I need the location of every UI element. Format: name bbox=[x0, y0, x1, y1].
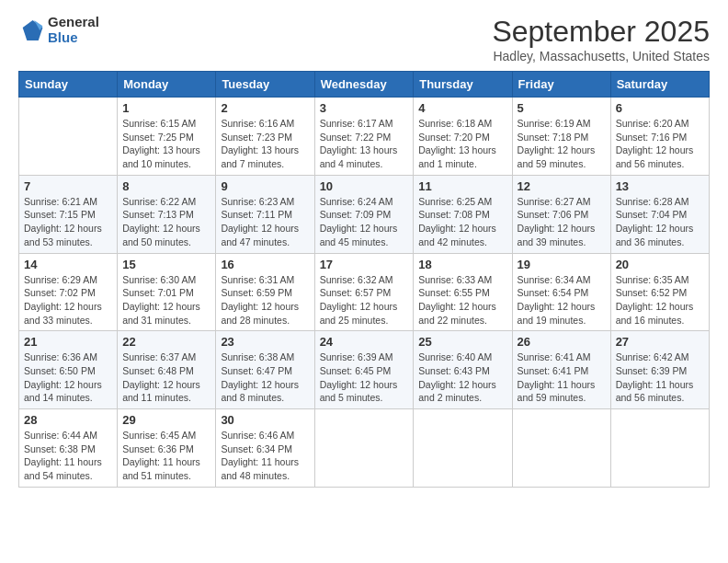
calendar-cell: 3 Sunrise: 6:17 AMSunset: 7:22 PMDayligh… bbox=[314, 98, 414, 176]
day-number: 24 bbox=[320, 335, 409, 349]
day-info: Sunrise: 6:38 AMSunset: 6:47 PMDaylight:… bbox=[221, 351, 299, 403]
day-info: Sunrise: 6:36 AMSunset: 6:50 PMDaylight:… bbox=[24, 351, 102, 403]
day-info: Sunrise: 6:16 AMSunset: 7:23 PMDaylight:… bbox=[221, 118, 299, 169]
day-number: 8 bbox=[122, 179, 210, 193]
calendar-cell: 19 Sunrise: 6:34 AMSunset: 6:54 PMDaylig… bbox=[512, 253, 610, 331]
calendar-cell: 21 Sunrise: 6:36 AMSunset: 6:50 PMDaylig… bbox=[19, 331, 118, 409]
day-number: 1 bbox=[122, 101, 210, 115]
day-number: 10 bbox=[320, 179, 409, 193]
svg-marker-0 bbox=[23, 20, 43, 40]
calendar-cell: 14 Sunrise: 6:29 AMSunset: 7:02 PMDaylig… bbox=[19, 253, 118, 331]
calendar-cell: 9 Sunrise: 6:23 AMSunset: 7:11 PMDayligh… bbox=[216, 175, 314, 253]
calendar-cell: 11 Sunrise: 6:25 AMSunset: 7:08 PMDaylig… bbox=[414, 175, 512, 253]
calendar-cell: 6 Sunrise: 6:20 AMSunset: 7:16 PMDayligh… bbox=[610, 98, 709, 176]
calendar-cell: 22 Sunrise: 6:37 AMSunset: 6:48 PMDaylig… bbox=[118, 331, 216, 409]
day-info: Sunrise: 6:28 AMSunset: 7:04 PMDaylight:… bbox=[616, 196, 694, 247]
calendar-cell bbox=[610, 409, 709, 488]
day-number: 11 bbox=[418, 179, 506, 193]
day-info: Sunrise: 6:22 AMSunset: 7:13 PMDaylight:… bbox=[122, 196, 200, 247]
day-header-saturday: Saturday bbox=[610, 72, 709, 98]
day-number: 3 bbox=[320, 101, 409, 115]
calendar-cell: 25 Sunrise: 6:40 AMSunset: 6:43 PMDaylig… bbox=[414, 331, 512, 409]
calendar-cell: 27 Sunrise: 6:42 AMSunset: 6:39 PMDaylig… bbox=[610, 331, 709, 409]
calendar-cell bbox=[414, 409, 512, 488]
location: Hadley, Massachusetts, United States bbox=[492, 49, 710, 63]
day-info: Sunrise: 6:30 AMSunset: 7:01 PMDaylight:… bbox=[122, 274, 200, 326]
logo-blue: Blue bbox=[48, 30, 99, 46]
calendar-cell bbox=[19, 98, 118, 176]
day-number: 6 bbox=[616, 101, 704, 115]
calendar-week-row: 28 Sunrise: 6:44 AMSunset: 6:38 PMDaylig… bbox=[19, 409, 710, 488]
day-info: Sunrise: 6:39 AMSunset: 6:45 PMDaylight:… bbox=[320, 351, 398, 403]
day-number: 7 bbox=[24, 179, 112, 193]
day-number: 13 bbox=[616, 179, 704, 193]
day-header-monday: Monday bbox=[118, 72, 216, 98]
day-info: Sunrise: 6:31 AMSunset: 6:59 PMDaylight:… bbox=[221, 274, 299, 326]
day-number: 9 bbox=[221, 179, 309, 193]
day-info: Sunrise: 6:25 AMSunset: 7:08 PMDaylight:… bbox=[418, 196, 496, 247]
day-number: 2 bbox=[221, 101, 309, 115]
day-number: 19 bbox=[518, 258, 606, 271]
day-number: 4 bbox=[418, 101, 506, 115]
calendar-week-row: 7 Sunrise: 6:21 AMSunset: 7:15 PMDayligh… bbox=[19, 175, 710, 253]
day-info: Sunrise: 6:34 AMSunset: 6:54 PMDaylight:… bbox=[518, 274, 596, 326]
day-info: Sunrise: 6:33 AMSunset: 6:55 PMDaylight:… bbox=[418, 274, 496, 326]
day-info: Sunrise: 6:24 AMSunset: 7:09 PMDaylight:… bbox=[320, 196, 398, 247]
logo: General Blue bbox=[18, 15, 99, 45]
calendar-header-row: SundayMondayTuesdayWednesdayThursdayFrid… bbox=[19, 72, 710, 98]
calendar-cell: 2 Sunrise: 6:16 AMSunset: 7:23 PMDayligh… bbox=[216, 98, 314, 176]
calendar-cell: 8 Sunrise: 6:22 AMSunset: 7:13 PMDayligh… bbox=[118, 175, 216, 253]
calendar-week-row: 14 Sunrise: 6:29 AMSunset: 7:02 PMDaylig… bbox=[19, 253, 710, 331]
day-info: Sunrise: 6:46 AMSunset: 6:34 PMDaylight:… bbox=[221, 430, 299, 481]
day-number: 23 bbox=[221, 335, 309, 349]
day-number: 27 bbox=[616, 335, 704, 349]
day-header-friday: Friday bbox=[512, 72, 610, 98]
title-block: September 2025 Hadley, Massachusetts, Un… bbox=[492, 15, 710, 63]
day-info: Sunrise: 6:32 AMSunset: 6:57 PMDaylight:… bbox=[320, 274, 398, 326]
day-info: Sunrise: 6:41 AMSunset: 6:41 PMDaylight:… bbox=[518, 351, 596, 403]
day-number: 15 bbox=[122, 258, 210, 271]
day-info: Sunrise: 6:35 AMSunset: 6:52 PMDaylight:… bbox=[616, 274, 694, 326]
day-number: 14 bbox=[24, 258, 112, 271]
day-number: 12 bbox=[518, 179, 606, 193]
calendar-cell: 15 Sunrise: 6:30 AMSunset: 7:01 PMDaylig… bbox=[118, 253, 216, 331]
day-number: 29 bbox=[122, 413, 210, 427]
calendar-cell: 20 Sunrise: 6:35 AMSunset: 6:52 PMDaylig… bbox=[610, 253, 709, 331]
calendar-cell: 13 Sunrise: 6:28 AMSunset: 7:04 PMDaylig… bbox=[610, 175, 709, 253]
day-info: Sunrise: 6:29 AMSunset: 7:02 PMDaylight:… bbox=[24, 274, 102, 326]
day-info: Sunrise: 6:42 AMSunset: 6:39 PMDaylight:… bbox=[616, 351, 694, 403]
day-info: Sunrise: 6:37 AMSunset: 6:48 PMDaylight:… bbox=[122, 351, 200, 403]
day-info: Sunrise: 6:18 AMSunset: 7:20 PMDaylight:… bbox=[418, 118, 496, 169]
calendar-cell: 23 Sunrise: 6:38 AMSunset: 6:47 PMDaylig… bbox=[216, 331, 314, 409]
day-header-wednesday: Wednesday bbox=[314, 72, 414, 98]
calendar-cell: 1 Sunrise: 6:15 AMSunset: 7:25 PMDayligh… bbox=[118, 98, 216, 176]
logo-general: General bbox=[48, 15, 99, 30]
logo-icon bbox=[18, 17, 44, 43]
month-title: September 2025 bbox=[492, 15, 710, 49]
day-number: 18 bbox=[418, 258, 506, 271]
calendar-week-row: 1 Sunrise: 6:15 AMSunset: 7:25 PMDayligh… bbox=[19, 98, 710, 176]
day-header-thursday: Thursday bbox=[414, 72, 512, 98]
calendar-cell: 4 Sunrise: 6:18 AMSunset: 7:20 PMDayligh… bbox=[414, 98, 512, 176]
day-number: 17 bbox=[320, 258, 409, 271]
calendar: SundayMondayTuesdayWednesdayThursdayFrid… bbox=[18, 71, 710, 488]
day-info: Sunrise: 6:17 AMSunset: 7:22 PMDaylight:… bbox=[320, 118, 398, 169]
calendar-cell bbox=[314, 409, 414, 488]
day-number: 25 bbox=[418, 335, 506, 349]
day-number: 16 bbox=[221, 258, 309, 271]
calendar-cell: 28 Sunrise: 6:44 AMSunset: 6:38 PMDaylig… bbox=[19, 409, 118, 488]
day-number: 21 bbox=[24, 335, 112, 349]
day-info: Sunrise: 6:21 AMSunset: 7:15 PMDaylight:… bbox=[24, 196, 102, 247]
calendar-cell: 10 Sunrise: 6:24 AMSunset: 7:09 PMDaylig… bbox=[314, 175, 414, 253]
calendar-cell: 29 Sunrise: 6:45 AMSunset: 6:36 PMDaylig… bbox=[118, 409, 216, 488]
day-number: 5 bbox=[518, 101, 606, 115]
calendar-cell: 16 Sunrise: 6:31 AMSunset: 6:59 PMDaylig… bbox=[216, 253, 314, 331]
day-info: Sunrise: 6:27 AMSunset: 7:06 PMDaylight:… bbox=[518, 196, 596, 247]
calendar-cell: 18 Sunrise: 6:33 AMSunset: 6:55 PMDaylig… bbox=[414, 253, 512, 331]
day-info: Sunrise: 6:44 AMSunset: 6:38 PMDaylight:… bbox=[24, 430, 102, 481]
day-info: Sunrise: 6:23 AMSunset: 7:11 PMDaylight:… bbox=[221, 196, 299, 247]
day-info: Sunrise: 6:15 AMSunset: 7:25 PMDaylight:… bbox=[122, 118, 200, 169]
page-header: General Blue September 2025 Hadley, Mass… bbox=[18, 15, 710, 63]
day-info: Sunrise: 6:19 AMSunset: 7:18 PMDaylight:… bbox=[518, 118, 596, 169]
day-number: 28 bbox=[24, 413, 112, 427]
